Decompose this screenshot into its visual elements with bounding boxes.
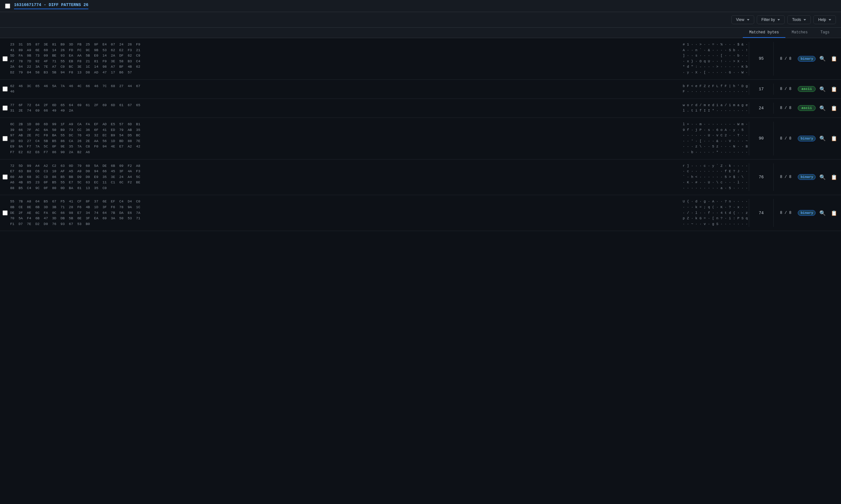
search-icon-button[interactable]: 🔍: [818, 174, 827, 181]
matches-value: 8 / 8: [776, 87, 795, 91]
help-chevron-icon: [829, 19, 831, 21]
row-checkbox-3[interactable]: [2, 136, 7, 141]
hex-data: 55 7B A8 64 B5 67 F5 41 CF 8F 37 6E EF C…: [10, 199, 680, 227]
table-row: 23 31 D5 87 3E 81 B9 3D FB 25 9F E4 07 2…: [0, 38, 841, 80]
column-tabs: Matched bytes Matches Tags: [0, 28, 841, 38]
divider: [749, 42, 749, 76]
type-badge: binary: [798, 174, 816, 180]
action-icons: 🔍📋: [818, 55, 839, 62]
tools-button[interactable]: Tools: [787, 15, 811, 24]
score-value: 90: [752, 136, 771, 141]
search-icon-button[interactable]: 🔍: [818, 105, 827, 112]
matches-value: 8 / 8: [776, 175, 795, 179]
hex-data: 62 46 3C 65 46 5A 7A 46 4C 66 46 7C 68 2…: [10, 84, 680, 95]
view-chevron-icon: [747, 19, 750, 21]
header-bar: 16316671774 - DIFF PATTERNS 26: [0, 0, 841, 12]
view-button[interactable]: View: [731, 15, 754, 24]
hex-data: 6C 2B 1D 80 6D 99 1F A9 CA FA EF AD E5 5…: [10, 122, 680, 156]
hex-data: 77 6F 72 64 2F 6D 65 64 69 61 2F 69 6D 6…: [10, 103, 680, 114]
help-button[interactable]: Help: [813, 15, 836, 24]
row-checkbox-5[interactable]: [2, 210, 7, 215]
divider: [749, 122, 749, 156]
copy-icon-button[interactable]: 📋: [829, 86, 839, 93]
search-icon-button[interactable]: 🔍: [818, 210, 827, 217]
hex-data: 23 31 D5 87 3E 81 B9 3D FB 25 9F E4 07 2…: [10, 42, 680, 76]
table-row: 62 46 3C 65 46 5A 7A 46 4C 66 46 7C 68 2…: [0, 80, 841, 99]
select-all-checkbox[interactable]: [5, 3, 10, 8]
search-icon-button[interactable]: 🔍: [818, 86, 827, 93]
score-value: 17: [752, 87, 771, 91]
ascii-data: U { · d · g · A · · 7 n · · · · · · · k …: [683, 199, 746, 227]
table-row: 77 6F 72 64 2F 6D 65 64 69 61 2F 69 6D 6…: [0, 99, 841, 118]
divider: [773, 84, 774, 95]
divider: [773, 103, 774, 114]
ascii-data: w o r d / m e d i a / i m a g e l . t i …: [683, 103, 746, 114]
divider: [749, 199, 749, 227]
divider: [749, 103, 749, 114]
row-checkbox-2[interactable]: [2, 106, 7, 111]
ascii-data: b F < e F Z z F L f F | h ' D g F · · · …: [683, 84, 746, 95]
row-checkbox-4[interactable]: [2, 175, 7, 180]
type-badge: ascii: [798, 86, 816, 92]
matches-value: 8 / 8: [776, 136, 795, 141]
toolbar: View Filter by Tools Help: [0, 12, 841, 28]
copy-icon-button[interactable]: 📋: [829, 55, 839, 62]
score-value: 76: [752, 175, 771, 180]
divider: [773, 122, 774, 156]
action-icons: 🔍📋: [818, 210, 839, 217]
divider: [773, 42, 774, 76]
matches-value: 8 / 8: [776, 106, 795, 110]
type-badge: binary: [798, 210, 816, 216]
table-row: 72 5D 99 A4 A2 C2 63 0D 79 60 5A DE 6B 0…: [0, 160, 841, 195]
type-badge: binary: [798, 56, 816, 62]
hex-data: 72 5D 99 A4 A2 C2 63 0D 79 60 5A DE 6B 0…: [10, 163, 680, 191]
copy-icon-button[interactable]: 📋: [829, 105, 839, 112]
action-icons: 🔍📋: [818, 86, 839, 93]
score-value: 24: [752, 106, 771, 111]
page-title: 16316671774 - DIFF PATTERNS 26: [14, 2, 88, 9]
filter-button[interactable]: Filter by: [757, 15, 785, 24]
row-checkbox-0[interactable]: [2, 56, 7, 61]
filter-chevron-icon: [777, 19, 780, 21]
copy-icon-button[interactable]: 📋: [829, 135, 839, 142]
table-row: 55 7B A8 64 B5 67 F5 41 CF 8F 37 6E EF C…: [0, 195, 841, 231]
matches-value: 8 / 8: [776, 57, 795, 61]
ascii-data: l + · · m · · · · · · · · W m · 9 f · j …: [683, 122, 746, 156]
action-icons: 🔍📋: [818, 105, 839, 112]
divider: [773, 199, 774, 227]
tools-chevron-icon: [804, 19, 806, 21]
divider: [749, 163, 749, 191]
action-icons: 🔍📋: [818, 135, 839, 142]
search-icon-button[interactable]: 🔍: [818, 55, 827, 62]
score-value: 74: [752, 211, 771, 215]
type-badge: ascii: [798, 105, 816, 111]
tab-matched-bytes[interactable]: Matched bytes: [743, 28, 785, 38]
row-checkbox-1[interactable]: [2, 87, 7, 91]
type-badge: binary: [798, 136, 816, 141]
content-area: 23 31 D5 87 3E 81 B9 3D FB 25 9F E4 07 2…: [0, 38, 841, 231]
matches-value: 8 / 8: [776, 211, 795, 215]
tab-matches[interactable]: Matches: [785, 28, 814, 38]
divider: [773, 163, 774, 191]
ascii-data: r ] · · · c · y ` Z · k · · · · · c · · …: [683, 163, 746, 191]
ascii-data: # 1 · · > · · = · % · · · $ & · A · · n …: [683, 42, 746, 76]
copy-icon-button[interactable]: 📋: [829, 210, 839, 217]
action-icons: 🔍📋: [818, 174, 839, 181]
tab-tags[interactable]: Tags: [814, 28, 836, 38]
search-icon-button[interactable]: 🔍: [818, 135, 827, 142]
copy-icon-button[interactable]: 📋: [829, 174, 839, 181]
score-value: 95: [752, 56, 771, 61]
table-row: 6C 2B 1D 80 6D 99 1F A9 CA FA EF AD E5 5…: [0, 118, 841, 160]
divider: [749, 84, 749, 95]
